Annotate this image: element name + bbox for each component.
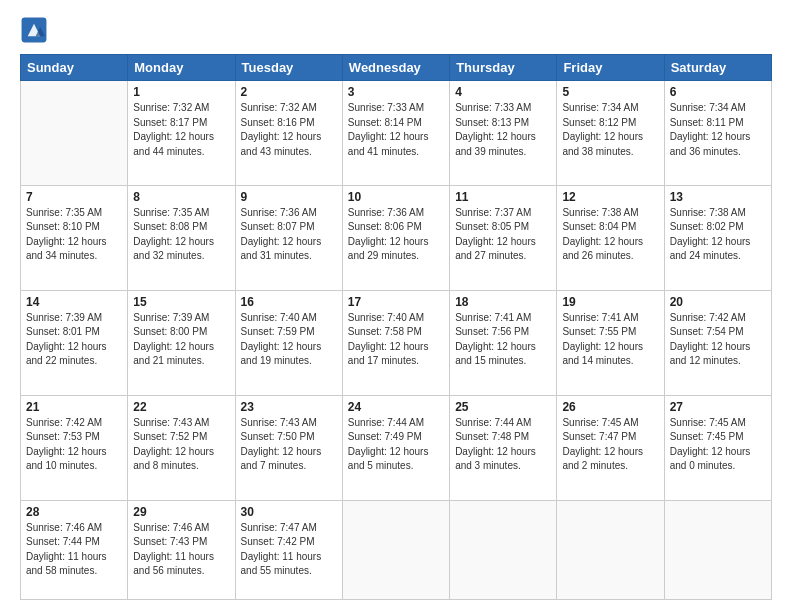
calendar-cell: 5Sunrise: 7:34 AM Sunset: 8:12 PM Daylig… [557, 81, 664, 186]
day-info: Sunrise: 7:35 AM Sunset: 8:10 PM Dayligh… [26, 206, 122, 264]
calendar-cell: 24Sunrise: 7:44 AM Sunset: 7:49 PM Dayli… [342, 395, 449, 500]
day-number: 1 [133, 85, 229, 99]
calendar-cell [450, 500, 557, 599]
day-number: 25 [455, 400, 551, 414]
calendar-cell: 27Sunrise: 7:45 AM Sunset: 7:45 PM Dayli… [664, 395, 771, 500]
day-info: Sunrise: 7:42 AM Sunset: 7:53 PM Dayligh… [26, 416, 122, 474]
day-number: 15 [133, 295, 229, 309]
day-info: Sunrise: 7:39 AM Sunset: 8:00 PM Dayligh… [133, 311, 229, 369]
week-row-2: 7Sunrise: 7:35 AM Sunset: 8:10 PM Daylig… [21, 185, 772, 290]
day-info: Sunrise: 7:33 AM Sunset: 8:14 PM Dayligh… [348, 101, 444, 159]
calendar-cell: 15Sunrise: 7:39 AM Sunset: 8:00 PM Dayli… [128, 290, 235, 395]
day-number: 17 [348, 295, 444, 309]
weekday-header-monday: Monday [128, 55, 235, 81]
day-number: 14 [26, 295, 122, 309]
calendar-cell [342, 500, 449, 599]
day-number: 3 [348, 85, 444, 99]
day-number: 21 [26, 400, 122, 414]
day-number: 24 [348, 400, 444, 414]
day-info: Sunrise: 7:45 AM Sunset: 7:47 PM Dayligh… [562, 416, 658, 474]
day-info: Sunrise: 7:47 AM Sunset: 7:42 PM Dayligh… [241, 521, 337, 579]
day-number: 2 [241, 85, 337, 99]
day-number: 22 [133, 400, 229, 414]
calendar-cell [21, 81, 128, 186]
calendar-cell: 1Sunrise: 7:32 AM Sunset: 8:17 PM Daylig… [128, 81, 235, 186]
day-number: 4 [455, 85, 551, 99]
calendar-cell: 29Sunrise: 7:46 AM Sunset: 7:43 PM Dayli… [128, 500, 235, 599]
logo [20, 16, 50, 44]
day-number: 11 [455, 190, 551, 204]
weekday-header-tuesday: Tuesday [235, 55, 342, 81]
day-number: 20 [670, 295, 766, 309]
day-info: Sunrise: 7:42 AM Sunset: 7:54 PM Dayligh… [670, 311, 766, 369]
day-number: 8 [133, 190, 229, 204]
day-info: Sunrise: 7:35 AM Sunset: 8:08 PM Dayligh… [133, 206, 229, 264]
day-number: 10 [348, 190, 444, 204]
calendar-cell: 3Sunrise: 7:33 AM Sunset: 8:14 PM Daylig… [342, 81, 449, 186]
logo-icon [20, 16, 48, 44]
weekday-header-wednesday: Wednesday [342, 55, 449, 81]
calendar-cell: 13Sunrise: 7:38 AM Sunset: 8:02 PM Dayli… [664, 185, 771, 290]
day-number: 13 [670, 190, 766, 204]
day-number: 7 [26, 190, 122, 204]
day-number: 9 [241, 190, 337, 204]
day-info: Sunrise: 7:32 AM Sunset: 8:17 PM Dayligh… [133, 101, 229, 159]
week-row-3: 14Sunrise: 7:39 AM Sunset: 8:01 PM Dayli… [21, 290, 772, 395]
calendar-cell [664, 500, 771, 599]
day-number: 29 [133, 505, 229, 519]
week-row-4: 21Sunrise: 7:42 AM Sunset: 7:53 PM Dayli… [21, 395, 772, 500]
calendar-cell: 14Sunrise: 7:39 AM Sunset: 8:01 PM Dayli… [21, 290, 128, 395]
week-row-1: 1Sunrise: 7:32 AM Sunset: 8:17 PM Daylig… [21, 81, 772, 186]
day-number: 26 [562, 400, 658, 414]
day-number: 30 [241, 505, 337, 519]
calendar-cell: 23Sunrise: 7:43 AM Sunset: 7:50 PM Dayli… [235, 395, 342, 500]
calendar-cell: 20Sunrise: 7:42 AM Sunset: 7:54 PM Dayli… [664, 290, 771, 395]
day-info: Sunrise: 7:37 AM Sunset: 8:05 PM Dayligh… [455, 206, 551, 264]
day-info: Sunrise: 7:44 AM Sunset: 7:49 PM Dayligh… [348, 416, 444, 474]
calendar-cell: 18Sunrise: 7:41 AM Sunset: 7:56 PM Dayli… [450, 290, 557, 395]
day-info: Sunrise: 7:41 AM Sunset: 7:55 PM Dayligh… [562, 311, 658, 369]
calendar-cell: 10Sunrise: 7:36 AM Sunset: 8:06 PM Dayli… [342, 185, 449, 290]
day-info: Sunrise: 7:36 AM Sunset: 8:06 PM Dayligh… [348, 206, 444, 264]
page-header [20, 16, 772, 44]
day-info: Sunrise: 7:40 AM Sunset: 7:58 PM Dayligh… [348, 311, 444, 369]
calendar-cell: 7Sunrise: 7:35 AM Sunset: 8:10 PM Daylig… [21, 185, 128, 290]
calendar-cell: 19Sunrise: 7:41 AM Sunset: 7:55 PM Dayli… [557, 290, 664, 395]
calendar-cell: 11Sunrise: 7:37 AM Sunset: 8:05 PM Dayli… [450, 185, 557, 290]
day-info: Sunrise: 7:44 AM Sunset: 7:48 PM Dayligh… [455, 416, 551, 474]
calendar-cell: 25Sunrise: 7:44 AM Sunset: 7:48 PM Dayli… [450, 395, 557, 500]
calendar-table: SundayMondayTuesdayWednesdayThursdayFrid… [20, 54, 772, 600]
day-number: 6 [670, 85, 766, 99]
day-info: Sunrise: 7:43 AM Sunset: 7:52 PM Dayligh… [133, 416, 229, 474]
calendar-cell: 8Sunrise: 7:35 AM Sunset: 8:08 PM Daylig… [128, 185, 235, 290]
day-number: 19 [562, 295, 658, 309]
calendar-cell: 28Sunrise: 7:46 AM Sunset: 7:44 PM Dayli… [21, 500, 128, 599]
day-info: Sunrise: 7:41 AM Sunset: 7:56 PM Dayligh… [455, 311, 551, 369]
weekday-header-row: SundayMondayTuesdayWednesdayThursdayFrid… [21, 55, 772, 81]
calendar-cell: 2Sunrise: 7:32 AM Sunset: 8:16 PM Daylig… [235, 81, 342, 186]
day-number: 23 [241, 400, 337, 414]
calendar-cell: 21Sunrise: 7:42 AM Sunset: 7:53 PM Dayli… [21, 395, 128, 500]
calendar-cell: 30Sunrise: 7:47 AM Sunset: 7:42 PM Dayli… [235, 500, 342, 599]
day-number: 12 [562, 190, 658, 204]
day-info: Sunrise: 7:39 AM Sunset: 8:01 PM Dayligh… [26, 311, 122, 369]
day-info: Sunrise: 7:40 AM Sunset: 7:59 PM Dayligh… [241, 311, 337, 369]
day-info: Sunrise: 7:43 AM Sunset: 7:50 PM Dayligh… [241, 416, 337, 474]
day-info: Sunrise: 7:36 AM Sunset: 8:07 PM Dayligh… [241, 206, 337, 264]
day-info: Sunrise: 7:38 AM Sunset: 8:02 PM Dayligh… [670, 206, 766, 264]
calendar-cell: 17Sunrise: 7:40 AM Sunset: 7:58 PM Dayli… [342, 290, 449, 395]
day-info: Sunrise: 7:34 AM Sunset: 8:11 PM Dayligh… [670, 101, 766, 159]
calendar-cell: 16Sunrise: 7:40 AM Sunset: 7:59 PM Dayli… [235, 290, 342, 395]
week-row-5: 28Sunrise: 7:46 AM Sunset: 7:44 PM Dayli… [21, 500, 772, 599]
calendar-cell: 12Sunrise: 7:38 AM Sunset: 8:04 PM Dayli… [557, 185, 664, 290]
day-number: 27 [670, 400, 766, 414]
day-number: 16 [241, 295, 337, 309]
day-info: Sunrise: 7:45 AM Sunset: 7:45 PM Dayligh… [670, 416, 766, 474]
calendar-cell [557, 500, 664, 599]
weekday-header-friday: Friday [557, 55, 664, 81]
weekday-header-saturday: Saturday [664, 55, 771, 81]
day-info: Sunrise: 7:46 AM Sunset: 7:43 PM Dayligh… [133, 521, 229, 579]
calendar-cell: 26Sunrise: 7:45 AM Sunset: 7:47 PM Dayli… [557, 395, 664, 500]
calendar-cell: 6Sunrise: 7:34 AM Sunset: 8:11 PM Daylig… [664, 81, 771, 186]
day-number: 5 [562, 85, 658, 99]
